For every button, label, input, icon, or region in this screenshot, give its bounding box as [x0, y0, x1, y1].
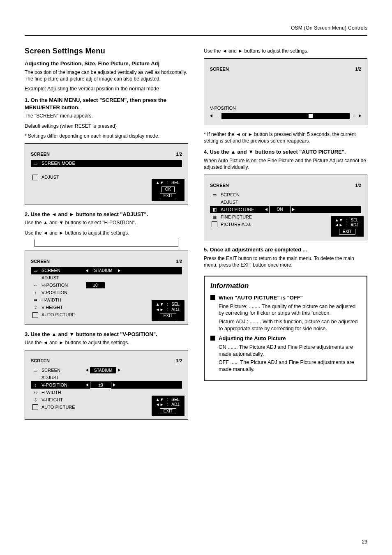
osd5-page: 1/2 [355, 182, 361, 189]
step-3-heading: 3. Use the ▲ and ▼ buttons to select "V-… [25, 331, 188, 338]
osd-screen-adjust-vpos: SCREEN 1/2 ▭ SCREEN STADIUM ADJUST ↕ V-P… [25, 350, 188, 420]
hwidth-icon: ⇔ [32, 297, 38, 303]
osd3-row-adjust-label: ADJUST [31, 374, 182, 381]
step-5-body: When Auto Picture is on: the Fine Pictur… [204, 157, 367, 170]
right-column: Use the ◄ and ► buttons to adjust the se… [204, 46, 367, 426]
osd1-title: SCREEN [31, 151, 50, 157]
hpos-icon: ↔ [32, 283, 38, 288]
subheading-adjust: Adjusting the Position, Size, Fine Pictu… [25, 60, 188, 67]
osd2-row-screen: ▭ SCREEN STADIUM [31, 267, 182, 274]
osd4-slider-row: V-POSITION [210, 105, 361, 111]
picture-adj-icon [212, 221, 217, 227]
osd1-legend: ▲▼:SEL. OK EXIT [152, 179, 184, 201]
adjust-icon [32, 175, 38, 180]
osd1-page: 1/2 [176, 151, 182, 157]
osd-screen-adjust-hpos: SCREEN 1/2 ▭ SCREEN STADIUM ADJUST ↔ H-P… [25, 251, 188, 325]
info-p1b: Picture ADJ.: ........ With this functio… [219, 318, 361, 332]
horizontal-rule [25, 35, 367, 36]
osd5-row-auto: ◧ AUTO PICTURE ON [210, 206, 361, 213]
left-arrow-icon [210, 114, 212, 117]
bullet-icon [210, 336, 215, 341]
auto-picture-icon: ◧ [212, 207, 217, 212]
osd5-row-screen: ▭ SCREEN [210, 191, 361, 198]
step-2a: Use the ▲ and ▼ buttons to select "H-POS… [25, 219, 188, 226]
fine-picture-icon: ▦ [212, 214, 217, 220]
screen-icon: ▭ [32, 367, 38, 373]
osd-vpos-slider: SCREEN 1/2 V-POSITION − + [204, 58, 367, 125]
information-box: Information When "AUTO PICTURE" is "OFF"… [204, 276, 367, 381]
osd4-title: SCREEN [210, 66, 229, 72]
osd3-legend: ▲▼:SEL. ◄►:ADJ. EXIT [152, 396, 184, 417]
vpos-icon: ↕ [32, 290, 38, 296]
osd3-row-hwidth: ⇔ H-WIDTH [31, 389, 182, 396]
osd3-page: 1/2 [176, 358, 182, 364]
osd5-legend: ▲▼:SEL. ◄►:ADJ. EXIT [331, 216, 364, 237]
osd5-row-adjust: ADJUST [210, 198, 361, 206]
two-column-layout: Screen Settings Menu Adjusting the Posit… [25, 46, 367, 426]
osd4-slider: − + [210, 113, 361, 119]
osd2-page: 1/2 [176, 258, 182, 265]
auto-on-prefix: When Auto Picture is on: [204, 158, 258, 164]
intro-paragraph: The position of the image can be adjuste… [25, 69, 188, 82]
osd3-row-screen: ▭ SCREEN STADIUM [31, 366, 182, 374]
step-2b: Use the ◄ and ► buttons to adjust the se… [25, 230, 188, 236]
vheight-icon: ⇕ [32, 305, 38, 311]
osd2-row-hpos: ↔ H-POSITION ±0 [31, 282, 182, 289]
page-number: 23 [362, 539, 367, 545]
step-2-heading: 2. Use the ◄ and ► buttons to select "AD… [25, 211, 188, 218]
info-subhead-2: Adjusting the Auto Picture [210, 335, 361, 342]
step-4-lead: Use the ◄ and ► buttons to adjust the se… [204, 48, 367, 54]
screen-mode-icon: ▭ [32, 161, 38, 166]
brace-connector [35, 240, 178, 247]
slider-thumb [309, 114, 313, 118]
section-title: Screen Settings Menu [25, 46, 188, 56]
step-exit-heading: 5. Once all adjustments are completed ..… [204, 246, 367, 253]
info-title: Information [210, 281, 361, 291]
osd2-title: SCREEN [31, 258, 50, 265]
hwidth-icon: ⇔ [32, 389, 38, 395]
step-5-heading: 4. Use the ▲ and ▼ buttons to select "AU… [204, 148, 367, 156]
info-subhead-1: When "AUTO PICTURE" is "OFF" [210, 294, 361, 302]
osd4-page: 1/2 [355, 66, 361, 72]
left-column: Screen Settings Menu Adjusting the Posit… [25, 46, 188, 426]
reset-note-1: Default settings (when RESET is pressed) [25, 123, 188, 129]
section-header: OSM (On Screen Menu) Controls [25, 25, 367, 31]
osd-screen-main: SCREEN 1/2 ▭ SCREEN MODE ADJUST ▲▼:SEL. … [25, 143, 188, 205]
slider-track [221, 113, 349, 119]
step-1-body: The "SCREEN" menu appears. [25, 113, 188, 119]
timeout-note: * If neither the ◄ or ► button is presse… [204, 131, 367, 144]
osd3-row-vpos: ↕ V-POSITION ±0 [31, 381, 182, 389]
osd1-row-mode: ▭ SCREEN MODE [31, 160, 182, 167]
info-p2a: ON ....... The Picture ADJ and Fine Pict… [219, 344, 361, 358]
right-arrow-icon [359, 114, 361, 117]
info-p2b: OFF ...... The Picture ADJ and Fine Pict… [219, 359, 361, 373]
example-line: Example: Adjusting the vertical position… [25, 85, 188, 92]
step-1-heading: 1. On the MAIN MENU, select "SCREEN", th… [25, 97, 188, 111]
auto-icon [32, 404, 38, 410]
auto-icon [32, 312, 38, 318]
osd2-row-adjust-label: ADJUST [31, 274, 182, 282]
osd2-legend: ▲▼:SEL. ◄►:ADJ. EXIT [152, 300, 184, 321]
osd2-row-vpos: ↕ V-POSITION [31, 289, 182, 297]
screen-icon: ▭ [212, 192, 217, 198]
info-p1a: Fine Picture: ........ The quality of th… [219, 303, 361, 317]
step-exit-body: Press the EXIT button to return to the m… [204, 255, 367, 268]
osd-auto-picture: SCREEN 1/2 ▭ SCREEN ADJUST ◧ AUTO PICTUR… [204, 175, 367, 240]
vheight-icon: ⇕ [32, 397, 38, 403]
screen-icon: ▭ [32, 268, 38, 274]
reset-note-2: * Settings differ depending on each inpu… [25, 133, 188, 139]
vpos-icon: ↕ [32, 382, 38, 388]
osd5-title: SCREEN [210, 182, 229, 189]
bullet-icon [210, 295, 215, 300]
step-3-body: Use the ◄ and ► buttons to adjust the se… [25, 339, 188, 346]
osd3-title: SCREEN [31, 358, 50, 364]
